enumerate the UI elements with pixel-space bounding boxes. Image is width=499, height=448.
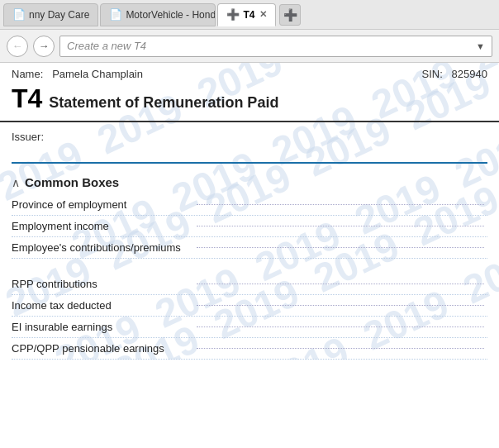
ei-insurable-dots bbox=[197, 326, 484, 327]
tab-new-icon: ➕ bbox=[283, 8, 297, 21]
common-boxes-title: Common Boxes bbox=[25, 175, 119, 189]
nav-dropdown-label: Create a new T4 bbox=[67, 40, 146, 52]
income-tax-label: Income tax deducted bbox=[12, 299, 193, 312]
rpp-contributions-label: RPP contributions bbox=[12, 278, 193, 290]
issuer-label: Issuer: bbox=[12, 131, 487, 143]
tab-new-button[interactable]: ➕ bbox=[279, 4, 301, 26]
name-value: Pamela Champlain bbox=[52, 68, 143, 80]
table-row: EI insurable earnings bbox=[12, 317, 487, 338]
tab-sunny-label: nny Day Care bbox=[29, 9, 89, 21]
rpp-contributions-dots bbox=[197, 284, 484, 284]
tab-motor-label: MotorVehicle - Honda O... bbox=[126, 9, 216, 21]
issuer-section: Issuer: bbox=[0, 122, 499, 167]
other-rows: RPP contributions Income tax deducted EI… bbox=[0, 274, 499, 360]
tab-sunny[interactable]: 📄 nny Day Care bbox=[3, 3, 98, 26]
common-boxes-header: ∧ Common Boxes bbox=[0, 167, 499, 194]
t4-tab-icon: ➕ bbox=[226, 8, 240, 21]
employment-income-label: Employment income bbox=[12, 220, 193, 232]
table-row: Employee's contributions/premiums bbox=[12, 237, 487, 259]
motor-tab-icon: 📄 bbox=[109, 8, 122, 21]
cpp-qpp-label: CPP/QPP pensionable earnings bbox=[12, 342, 193, 355]
form-code: T4 bbox=[12, 83, 42, 114]
table-row: Province of employment bbox=[12, 194, 487, 216]
name-label: Name: bbox=[12, 68, 43, 80]
tab-t4-close[interactable]: ✕ bbox=[259, 9, 267, 20]
table-row: CPP/QPP pensionable earnings bbox=[12, 338, 487, 360]
income-tax-dots bbox=[197, 305, 484, 306]
tab-bar: 📄 nny Day Care 📄 MotorVehicle - Honda O.… bbox=[0, 0, 499, 30]
nav-back-button[interactable]: ← bbox=[7, 36, 28, 57]
sin-info: SIN: 825940 bbox=[421, 68, 487, 80]
content-area: 2019 2019 2019 2019 2019 2019 2019 2019 … bbox=[0, 63, 499, 360]
issuer-input[interactable] bbox=[12, 146, 487, 164]
header-info: Name: Pamela Champlain SIN: 825940 bbox=[0, 63, 499, 82]
cpp-qpp-dots bbox=[197, 348, 484, 349]
sunny-tab-icon: 📄 bbox=[12, 8, 26, 21]
nav-dropdown-arrow-icon: ▼ bbox=[476, 41, 485, 51]
sin-label: SIN: bbox=[421, 68, 442, 80]
table-row: Employment income bbox=[12, 216, 487, 237]
tab-t4-label: T4 bbox=[243, 9, 254, 21]
form-title-text: Statement of Remuneration Paid bbox=[49, 94, 278, 112]
table-row: RPP contributions bbox=[12, 274, 487, 295]
province-employment-dots bbox=[197, 204, 484, 205]
employee-contributions-label: Employee's contributions/premiums bbox=[12, 241, 193, 254]
table-row: Income tax deducted bbox=[12, 295, 487, 317]
nav-dropdown[interactable]: Create a new T4 ▼ bbox=[59, 36, 492, 57]
spacer-1 bbox=[0, 259, 499, 274]
common-boxes-toggle[interactable]: ∧ bbox=[12, 176, 20, 189]
common-boxes-rows: Province of employment Employment income… bbox=[0, 194, 499, 259]
nav-bar: ← → Create a new T4 ▼ bbox=[0, 30, 499, 63]
employment-income-dots bbox=[197, 226, 484, 226]
ei-insurable-label: EI insurable earnings bbox=[12, 321, 193, 333]
province-employment-label: Province of employment bbox=[12, 198, 193, 211]
tab-t4[interactable]: ➕ T4 ✕ bbox=[217, 3, 276, 26]
nav-forward-button[interactable]: → bbox=[33, 36, 55, 57]
patient-name: Name: Pamela Champlain bbox=[12, 68, 143, 80]
sin-value: 825940 bbox=[452, 68, 487, 80]
form-title: T4 Statement of Remuneration Paid bbox=[0, 82, 499, 122]
tab-motor[interactable]: 📄 MotorVehicle - Honda O... bbox=[100, 3, 216, 26]
employee-contributions-dots bbox=[197, 247, 484, 248]
